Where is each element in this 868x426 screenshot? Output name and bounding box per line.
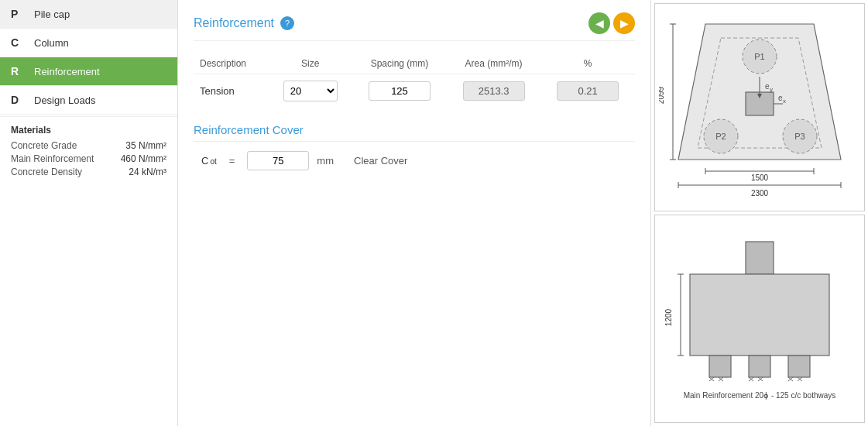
mat-label-concrete-grade: Concrete Grade	[11, 140, 77, 151]
cover-value-input[interactable]	[247, 151, 309, 170]
section-title-text: Reinforcement	[194, 16, 274, 30]
materials-title: Materials	[11, 125, 166, 136]
spacing-input[interactable]	[369, 81, 431, 101]
equals-sign: =	[229, 155, 235, 167]
sidebar-letter-p: P	[11, 8, 26, 20]
mat-label-concrete-density: Concrete Density	[11, 167, 82, 177]
svg-text:2099: 2099	[659, 86, 665, 104]
svg-rect-28	[690, 274, 829, 356]
top-diagram-box: P1 P2 P3 e y e x 2099 1500	[654, 3, 865, 211]
bottom-diagram-svg: 1200 Main Reinforcement 20ϕ - 125 c/c bo…	[659, 234, 860, 404]
sidebar-letter-r: R	[11, 65, 26, 77]
svg-text:x: x	[783, 98, 786, 105]
cover-label: Cot	[201, 155, 217, 167]
sidebar-item-pile-cap[interactable]: P Pile cap	[0, 0, 177, 29]
svg-rect-34	[749, 356, 770, 377]
table-row: Tension 101216202532	[194, 74, 635, 108]
main-content: Reinforcement ? ◀ ▶ Description Size Spa…	[178, 0, 651, 426]
top-diagram-svg: P1 P2 P3 e y e x 2099 1500	[659, 9, 860, 206]
cell-percent	[540, 74, 635, 108]
reinforcement-table: Description Size Spacing (mm) Area (mm²/…	[194, 53, 635, 108]
cover-subscript: ot	[210, 157, 216, 166]
col-header-size: Size	[268, 53, 352, 74]
svg-text:Main Reinforcement 20ϕ - 125 c: Main Reinforcement 20ϕ - 125 c/c bothway…	[684, 391, 836, 400]
mat-label-main-rein: Main Reinforcement	[11, 153, 94, 164]
svg-text:y: y	[770, 86, 773, 93]
cell-size: 101216202532	[268, 74, 352, 108]
col-header-description: Description	[194, 53, 268, 74]
sidebar-label-design-loads: Design Loads	[34, 94, 96, 106]
right-panel: P1 P2 P3 e y e x 2099 1500	[651, 0, 868, 426]
svg-rect-27	[746, 242, 774, 274]
size-select[interactable]: 101216202532	[283, 81, 338, 101]
help-icon[interactable]: ?	[280, 16, 294, 30]
area-input	[463, 81, 525, 101]
mat-value-main-rein: 460 N/mm²	[121, 153, 166, 164]
materials-box: Materials Concrete Grade 35 N/mm² Main R…	[0, 116, 177, 187]
nav-arrows: ◀ ▶	[588, 12, 635, 34]
mat-value-concrete-density: 24 kN/m³	[129, 167, 166, 177]
col-header-area: Area (mm²/m)	[447, 53, 541, 74]
svg-text:2300: 2300	[751, 189, 769, 198]
sidebar-letter-d: D	[11, 94, 26, 106]
col-header-percent: %	[540, 53, 635, 74]
mat-value-concrete-grade: 35 N/mm²	[125, 140, 166, 151]
cell-description-tension: Tension	[194, 74, 268, 108]
svg-rect-29	[709, 356, 731, 377]
cover-subsection-title: Reinforcement Cover	[194, 123, 635, 142]
mat-row-main-rein: Main Reinforcement 460 N/mm²	[11, 153, 166, 164]
clear-cover-label: Clear Cover	[354, 155, 407, 167]
sidebar-letter-c: C	[11, 36, 26, 49]
section-header: Reinforcement ? ◀ ▶	[194, 12, 635, 41]
percent-input	[557, 81, 619, 101]
mat-row-concrete-density: Concrete Density 24 kN/m³	[11, 167, 166, 177]
cover-row: Cot = mm Clear Cover	[201, 151, 635, 170]
sidebar-item-design-loads[interactable]: D Design Loads	[0, 86, 177, 115]
sidebar-item-column[interactable]: C Column	[0, 29, 177, 57]
svg-rect-39	[788, 356, 810, 377]
cell-spacing	[352, 74, 447, 108]
svg-text:P1: P1	[754, 52, 764, 61]
mat-row-concrete-grade: Concrete Grade 35 N/mm²	[11, 140, 166, 151]
cover-unit: mm	[317, 155, 334, 167]
sidebar-label-pile-cap: Pile cap	[34, 9, 70, 20]
sidebar-label-reinforcement: Reinforcement	[34, 66, 100, 77]
col-header-spacing: Spacing (mm)	[352, 53, 447, 74]
svg-text:1500: 1500	[751, 173, 769, 182]
sidebar-item-reinforcement[interactable]: R Reinforcement	[0, 57, 177, 86]
svg-text:P2: P2	[715, 132, 726, 141]
section-title-row: Reinforcement ?	[194, 16, 294, 30]
svg-text:P3: P3	[794, 132, 805, 141]
svg-text:1200: 1200	[664, 308, 673, 326]
nav-right-button[interactable]: ▶	[613, 12, 635, 34]
cell-area	[447, 74, 541, 108]
nav-left-button[interactable]: ◀	[588, 12, 610, 34]
sidebar: P Pile cap C Column R Reinforcement D De…	[0, 0, 178, 426]
sidebar-label-column: Column	[34, 37, 69, 49]
bottom-diagram-box: 1200 Main Reinforcement 20ϕ - 125 c/c bo…	[654, 215, 865, 423]
